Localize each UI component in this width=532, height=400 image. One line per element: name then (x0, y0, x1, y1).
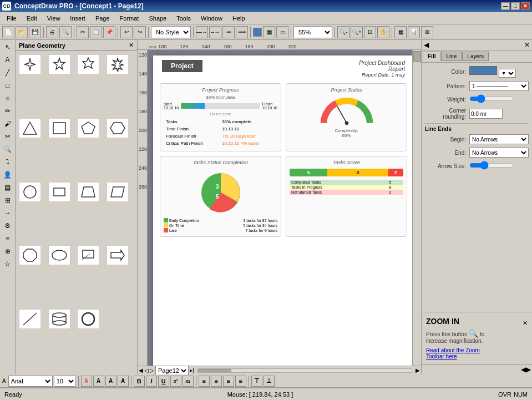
menu-file[interactable]: File (2, 14, 21, 23)
tab-line[interactable]: Line (441, 52, 462, 61)
shape-hexagon[interactable] (107, 118, 129, 138)
color-swatch[interactable] (469, 66, 497, 75)
shape-ellipse[interactable] (48, 245, 70, 265)
scroll-right-btn[interactable]: ▶ (416, 367, 420, 373)
highlight-btn[interactable]: A (93, 376, 104, 387)
highlight3-btn[interactable]: A (118, 376, 129, 387)
font-name-select[interactable]: Arial (8, 376, 53, 387)
menu-tools[interactable]: Tools (172, 14, 195, 23)
ellipse-tool[interactable]: ○ (2, 92, 14, 104)
copy-button[interactable]: 📋 (90, 26, 102, 38)
shape-octagon[interactable] (19, 245, 41, 265)
undo-button[interactable]: ↩ (120, 26, 133, 38)
align-justify-btn[interactable]: ≡ (235, 376, 246, 387)
select-tool[interactable]: ↖ (2, 41, 14, 53)
canvas-scrollbar-v[interactable] (412, 50, 421, 366)
page-fwd[interactable]: ▷ (150, 367, 154, 373)
grid-btn[interactable]: ⊞ (421, 26, 433, 38)
paste-button[interactable]: 📌 (103, 26, 115, 38)
zoom-tool[interactable]: 🔍 (2, 143, 14, 155)
shape-cylinder[interactable] (48, 309, 70, 329)
arrow-size-slider[interactable] (469, 161, 514, 170)
begin-select[interactable]: No Arrows (469, 134, 529, 144)
hand-btn[interactable]: ✋ (377, 26, 389, 38)
sub-align2-btn[interactable]: ⊥ (264, 376, 275, 387)
arrow-tool[interactable]: → (2, 207, 14, 219)
line-btn2[interactable]: --→ (209, 26, 221, 38)
group-tool[interactable]: ⊞ (2, 194, 14, 206)
redo-button[interactable]: ↪ (134, 26, 146, 38)
menu-window[interactable]: Window (196, 14, 227, 23)
shape-panel-close[interactable]: ✕ (129, 42, 134, 49)
close-button[interactable]: ✕ (521, 2, 530, 10)
tab-fill[interactable]: Fill (423, 52, 440, 61)
rect-tool[interactable]: □ (2, 79, 14, 92)
hscroll-track[interactable] (197, 368, 412, 373)
line-btn4[interactable]: ⟹ (236, 26, 248, 38)
user-tool[interactable]: 👤 (2, 169, 14, 181)
shape-8star[interactable] (107, 54, 129, 74)
page-select[interactable]: Page12 (155, 366, 189, 375)
menu-view[interactable]: View (43, 14, 65, 23)
align-right-btn[interactable]: ≡ (223, 376, 234, 387)
weight-slider[interactable] (469, 94, 514, 103)
line-btn[interactable]: —→ (196, 26, 208, 38)
misc-tool[interactable]: ≡ (2, 232, 14, 245)
chart-btn[interactable]: 📊 (408, 26, 420, 38)
zoom-help-link[interactable]: Read about the ZoomToolbar here (426, 347, 480, 360)
canvas-container[interactable]: Project Project DashboardReport Report D… (148, 50, 421, 366)
font-size-select[interactable]: 10 (54, 376, 76, 387)
pen-tool[interactable]: ✏ (2, 105, 14, 117)
shape-pentagon[interactable] (77, 118, 99, 138)
print-button[interactable]: 🖨 (46, 26, 58, 38)
color-btn[interactable] (253, 28, 262, 37)
pattern-select[interactable]: 1 ──────── (469, 81, 529, 91)
shape-square[interactable] (48, 118, 70, 138)
menu-help[interactable]: Help (228, 14, 250, 23)
shape-parallelogram[interactable] (107, 182, 129, 202)
symbol-tool[interactable]: ⚙ (2, 220, 14, 232)
bold-btn[interactable]: B (134, 376, 145, 387)
zoom-out-btn[interactable]: 🔍- (337, 26, 349, 38)
hscroll-thumb[interactable] (198, 369, 231, 372)
corner-input[interactable] (469, 109, 503, 119)
scrollbar-thumb-v[interactable] (413, 51, 421, 62)
maximize-button[interactable]: □ (511, 2, 520, 10)
shape-triangle[interactable] (19, 118, 41, 138)
rpanel-close[interactable]: ✕ (524, 41, 530, 49)
misc2-tool[interactable]: ⊕ (2, 245, 14, 257)
end-select[interactable]: No Arrows (469, 148, 529, 158)
highlight2-btn[interactable]: A (105, 376, 116, 387)
zoom-in-btn[interactable]: 🔍+ (351, 26, 363, 38)
zoom-dropdown[interactable]: 55% (293, 26, 332, 38)
rpanel-prev[interactable]: ◀ (424, 41, 429, 49)
line-color-btn[interactable]: ▭ (276, 26, 288, 38)
menu-insert[interactable]: Insert (65, 14, 90, 23)
align-left-btn[interactable]: ≡ (199, 376, 210, 387)
zoom-help-close[interactable]: ✕ (523, 320, 528, 327)
zoom-fit-btn[interactable]: ⊡ (364, 26, 376, 38)
page-back[interactable]: ◁ (144, 367, 149, 373)
shape-line-diag[interactable] (19, 309, 41, 329)
scroll-left-btn[interactable]: ◀ (139, 367, 143, 373)
italic-btn[interactable]: I (146, 376, 157, 387)
style-dropdown[interactable]: No Style (151, 26, 191, 38)
line-btn3[interactable]: ⇒ (222, 26, 235, 38)
shape-circle-sm[interactable] (19, 182, 41, 202)
menu-edit[interactable]: Edit (22, 14, 42, 23)
shape-4star[interactable] (19, 54, 41, 74)
line-tool[interactable]: ╱ (2, 67, 14, 79)
fill-btn[interactable]: ▦ (263, 26, 275, 38)
menu-page[interactable]: Page (91, 14, 114, 23)
shape-arrow-right[interactable] (107, 245, 129, 265)
font-color-btn[interactable]: A (81, 376, 92, 387)
sub-align-btn[interactable]: ⊤ (251, 376, 262, 387)
underline-btn[interactable]: U (158, 376, 169, 387)
titlebar-controls[interactable]: — □ ✕ (501, 2, 530, 10)
layers-tool[interactable]: ▤ (2, 181, 14, 194)
page-add[interactable]: ▸| (190, 367, 194, 373)
hscrollbar[interactable]: ◀ ◁ ▷ Page12 ▸| ▶ (138, 366, 421, 374)
align-center-btn[interactable]: ≡ (211, 376, 222, 387)
shape-rounded-rect[interactable] (77, 245, 99, 265)
color-dropdown[interactable]: ▼ (499, 69, 516, 78)
